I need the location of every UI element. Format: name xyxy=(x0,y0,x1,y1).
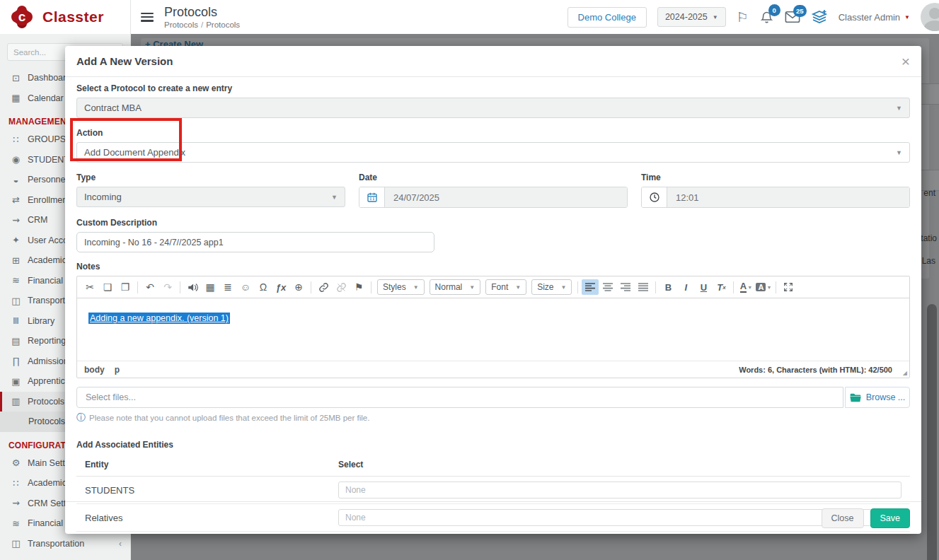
notes-label: Notes xyxy=(76,262,910,272)
entities-title: Add Associated Entities xyxy=(76,440,910,450)
file-select-field[interactable]: Select files... xyxy=(76,387,843,408)
protocol-select[interactable]: Contract MBA ▼ xyxy=(76,98,910,118)
entity-select-input[interactable] xyxy=(338,482,901,498)
protocols-icon: ▥ xyxy=(8,396,23,407)
element-path-body[interactable]: body xyxy=(84,365,105,375)
user-menu[interactable]: Classter Admin ▼ xyxy=(839,12,910,23)
background-color-icon[interactable]: A▼ xyxy=(755,279,772,295)
entities-column-select: Select xyxy=(338,460,363,469)
action-select[interactable]: Add Document Appendix ▼ xyxy=(76,142,910,163)
notes-content-area[interactable]: Adding a new appendix. (version 1) xyxy=(77,298,909,361)
info-icon: ⓘ xyxy=(76,412,86,424)
time-picker[interactable]: 12:01 xyxy=(641,187,910,208)
align-center-icon[interactable] xyxy=(599,279,616,295)
add-period-layers-icon[interactable] xyxy=(811,9,828,25)
crm-settings-icon: ⇝ xyxy=(8,498,23,508)
custom-description-label: Custom Description xyxy=(76,218,910,228)
selected-text[interactable]: Adding a new appendix. (version 1) xyxy=(88,313,230,324)
time-value[interactable]: 12:01 xyxy=(667,187,909,207)
styles-dropdown[interactable]: Styles ▼ xyxy=(377,279,425,295)
type-select[interactable]: Incoming ▼ xyxy=(76,187,345,207)
apprenticeships-icon: ▣ xyxy=(8,376,23,387)
horizontal-rule-icon[interactable]: ≣ xyxy=(219,279,236,295)
smiley-icon[interactable]: ☺ xyxy=(237,279,254,295)
text-to-speech-icon[interactable] xyxy=(184,279,201,295)
browse-button[interactable]: Browse ... xyxy=(845,387,910,408)
chevron-collapse-icon[interactable]: ‹ xyxy=(119,539,122,549)
redo-icon[interactable]: ↷ xyxy=(159,279,176,295)
date-picker[interactable]: 24/07/2025 xyxy=(359,187,628,208)
students-icon: ◉ xyxy=(8,154,23,165)
text-color-icon[interactable]: A▼ xyxy=(737,279,754,295)
dashboard-icon: ⊡ xyxy=(8,73,23,83)
flag-icon[interactable]: ⚐ xyxy=(737,9,749,25)
academic-tasks-icon: ⊞ xyxy=(8,255,23,266)
resize-handle-icon[interactable]: ◢ xyxy=(903,370,907,376)
custom-description-input[interactable] xyxy=(76,232,434,252)
chevron-down-icon: ▼ xyxy=(560,284,566,291)
breadcrumb-item[interactable]: Protocols xyxy=(206,21,240,29)
save-button[interactable]: Save xyxy=(870,508,911,528)
calendar-icon[interactable] xyxy=(359,187,385,207)
classter-logo-icon: c xyxy=(10,5,34,29)
topbar: Protocols Protocols/Protocols Demo Colle… xyxy=(131,0,939,34)
user-accounts-icon: ✦ xyxy=(8,235,23,245)
menu-toggle-icon[interactable] xyxy=(141,13,154,22)
institution-button[interactable]: Demo College xyxy=(568,7,647,28)
element-path-p[interactable]: p xyxy=(115,365,120,375)
academic-year-dropdown[interactable]: 2024-2025 ▼ xyxy=(657,7,726,27)
word-counter: Words: 6, Characters (with HTML): 42/500 xyxy=(739,366,892,374)
notifications-badge: 0 xyxy=(768,4,780,16)
modal-title: Add A New Version xyxy=(76,55,173,67)
chevron-down-icon: ▼ xyxy=(469,284,475,291)
clock-icon[interactable] xyxy=(642,187,667,207)
paste-icon[interactable]: ❐ xyxy=(117,279,134,295)
align-justify-icon[interactable] xyxy=(635,279,652,295)
math-formula-icon[interactable]: ƒx xyxy=(272,279,289,295)
date-value[interactable]: 24/07/2025 xyxy=(385,187,627,207)
undo-icon[interactable]: ↶ xyxy=(142,279,159,295)
special-char-icon[interactable]: Ω xyxy=(255,279,272,295)
anchor-flag-icon[interactable]: ⚑ xyxy=(350,279,367,295)
sidebar-item-label: Financial xyxy=(28,276,63,286)
underline-icon[interactable]: U xyxy=(695,279,712,295)
sidebar-item-label: Dashboard xyxy=(28,73,71,83)
copy-icon[interactable]: ❏ xyxy=(99,279,116,295)
align-right-icon[interactable] xyxy=(617,279,634,295)
iframe-globe-icon[interactable]: ⊕ xyxy=(290,279,307,295)
close-button[interactable]: Close xyxy=(822,508,864,528)
transportation-icon: ◫ xyxy=(8,296,23,306)
maximize-icon[interactable] xyxy=(780,279,797,295)
messages-envelope-icon[interactable]: 25 xyxy=(785,11,800,23)
avatar[interactable] xyxy=(921,3,939,31)
align-left-icon[interactable] xyxy=(582,279,599,295)
page-title: Protocols xyxy=(164,5,240,20)
brand-name: Classter xyxy=(42,8,104,25)
financial-settings-icon: ≋ xyxy=(8,518,23,529)
library-icon: Ⅲ xyxy=(8,315,23,326)
link-icon[interactable] xyxy=(315,279,332,295)
classter-logo[interactable]: c Classter xyxy=(0,0,130,34)
breadcrumb: Protocols/Protocols xyxy=(164,21,240,29)
chevron-down-icon: ▼ xyxy=(713,14,718,21)
entities-column-entity: Entity xyxy=(85,460,338,469)
chevron-down-icon: ▼ xyxy=(896,105,902,112)
breadcrumb-item[interactable]: Protocols xyxy=(164,21,198,29)
close-icon[interactable]: × xyxy=(901,54,910,69)
italic-icon[interactable]: I xyxy=(677,279,694,295)
table-icon[interactable]: ▦ xyxy=(202,279,219,295)
notifications-bell-icon[interactable]: 0 xyxy=(759,10,774,25)
chevron-down-icon: ▼ xyxy=(413,284,419,291)
font-dropdown[interactable]: Font ▼ xyxy=(485,279,526,295)
enrollments-icon: ⇄ xyxy=(8,194,23,205)
cut-icon[interactable]: ✂ xyxy=(81,279,98,295)
financial-icon: ≋ xyxy=(8,275,23,286)
bold-icon[interactable]: B xyxy=(659,279,676,295)
type-label: Type xyxy=(76,173,345,182)
remove-format-icon[interactable]: Tx xyxy=(713,279,730,295)
unlink-icon[interactable] xyxy=(333,279,350,295)
sidebar-item-transportation-settings[interactable]: ◫Transportation‹ xyxy=(0,534,130,554)
format-dropdown[interactable]: Normal ▼ xyxy=(430,279,481,295)
sidebar-item-label: GROUPS xyxy=(28,134,66,144)
size-dropdown[interactable]: Size ▼ xyxy=(531,279,572,295)
